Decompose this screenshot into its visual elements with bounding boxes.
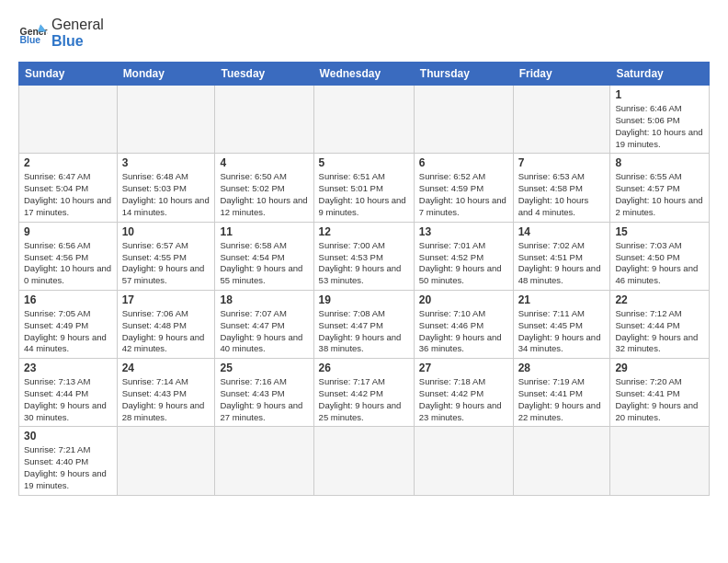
day-info: Sunrise: 6:47 AM Sunset: 5:04 PM Dayligh… (24, 171, 112, 218)
day-cell: 18Sunrise: 7:07 AM Sunset: 4:47 PM Dayli… (215, 290, 313, 358)
day-cell (19, 86, 118, 154)
day-info: Sunrise: 7:02 AM Sunset: 4:51 PM Dayligh… (518, 240, 606, 287)
day-info: Sunrise: 6:58 AM Sunset: 4:54 PM Dayligh… (220, 240, 308, 287)
day-info: Sunrise: 6:51 AM Sunset: 5:01 PM Dayligh… (319, 171, 409, 218)
day-info: Sunrise: 7:00 AM Sunset: 4:53 PM Dayligh… (319, 240, 409, 287)
day-cell: 16Sunrise: 7:05 AM Sunset: 4:49 PM Dayli… (19, 290, 118, 358)
day-info: Sunrise: 6:46 AM Sunset: 5:06 PM Dayligh… (615, 103, 704, 150)
day-cell (610, 427, 710, 495)
day-number: 6 (419, 156, 508, 169)
day-cell (313, 427, 414, 495)
day-info: Sunrise: 7:18 AM Sunset: 4:42 PM Dayligh… (419, 376, 508, 423)
day-info: Sunrise: 7:06 AM Sunset: 4:48 PM Dayligh… (122, 308, 210, 355)
day-number: 1 (615, 88, 704, 101)
day-cell: 12Sunrise: 7:00 AM Sunset: 4:53 PM Dayli… (313, 222, 414, 290)
day-cell: 5Sunrise: 6:51 AM Sunset: 5:01 PM Daylig… (313, 154, 414, 222)
day-cell (313, 86, 414, 154)
day-number: 21 (518, 293, 606, 306)
day-number: 8 (615, 156, 704, 169)
col-header-sunday: Sunday (19, 63, 118, 86)
col-header-wednesday: Wednesday (313, 63, 414, 86)
day-info: Sunrise: 6:52 AM Sunset: 4:59 PM Dayligh… (419, 171, 508, 218)
day-cell (117, 86, 215, 154)
week-row-1: 2Sunrise: 6:47 AM Sunset: 5:04 PM Daylig… (19, 154, 710, 222)
day-number: 17 (122, 293, 210, 306)
day-info: Sunrise: 7:17 AM Sunset: 4:42 PM Dayligh… (319, 376, 409, 423)
day-info: Sunrise: 7:21 AM Sunset: 4:40 PM Dayligh… (24, 444, 112, 491)
day-info: Sunrise: 7:08 AM Sunset: 4:47 PM Dayligh… (319, 308, 409, 355)
day-number: 18 (220, 293, 308, 306)
day-cell: 7Sunrise: 6:53 AM Sunset: 4:58 PM Daylig… (513, 154, 610, 222)
day-cell: 1Sunrise: 6:46 AM Sunset: 5:06 PM Daylig… (610, 86, 710, 154)
day-cell (513, 86, 610, 154)
logo-general-text: General (51, 17, 104, 33)
day-cell: 8Sunrise: 6:55 AM Sunset: 4:57 PM Daylig… (610, 154, 710, 222)
day-cell (215, 427, 313, 495)
col-header-saturday: Saturday (610, 63, 710, 86)
day-cell: 25Sunrise: 7:16 AM Sunset: 4:43 PM Dayli… (215, 359, 313, 427)
logo: General Blue General Blue (18, 17, 104, 49)
day-cell (215, 86, 313, 154)
day-number: 20 (419, 293, 508, 306)
day-cell: 9Sunrise: 6:56 AM Sunset: 4:56 PM Daylig… (19, 222, 118, 290)
logo-icon: General Blue (18, 18, 48, 48)
day-cell: 29Sunrise: 7:20 AM Sunset: 4:41 PM Dayli… (610, 359, 710, 427)
week-row-0: 1Sunrise: 6:46 AM Sunset: 5:06 PM Daylig… (19, 86, 710, 154)
day-info: Sunrise: 6:55 AM Sunset: 4:57 PM Dayligh… (615, 171, 704, 218)
day-number: 14 (518, 225, 606, 238)
day-number: 26 (319, 362, 409, 374)
day-cell (117, 427, 215, 495)
day-number: 10 (122, 225, 210, 238)
day-number: 28 (518, 362, 606, 374)
day-info: Sunrise: 7:07 AM Sunset: 4:47 PM Dayligh… (220, 308, 308, 355)
day-cell (414, 427, 513, 495)
day-number: 13 (419, 225, 508, 238)
day-info: Sunrise: 7:01 AM Sunset: 4:52 PM Dayligh… (419, 240, 508, 287)
calendar: SundayMondayTuesdayWednesdayThursdayFrid… (18, 62, 710, 496)
day-number: 22 (615, 293, 704, 306)
day-cell: 24Sunrise: 7:14 AM Sunset: 4:43 PM Dayli… (117, 359, 215, 427)
logo-blue-text: Blue (51, 33, 104, 50)
page: General Blue General Blue SundayMondayTu… (0, 0, 728, 505)
day-cell: 17Sunrise: 7:06 AM Sunset: 4:48 PM Dayli… (117, 290, 215, 358)
day-number: 16 (24, 293, 112, 306)
day-info: Sunrise: 6:48 AM Sunset: 5:03 PM Dayligh… (122, 171, 210, 218)
day-number: 23 (24, 362, 112, 374)
day-number: 2 (24, 156, 112, 169)
day-info: Sunrise: 7:20 AM Sunset: 4:41 PM Dayligh… (615, 376, 704, 423)
day-info: Sunrise: 7:03 AM Sunset: 4:50 PM Dayligh… (615, 240, 704, 287)
day-cell: 14Sunrise: 7:02 AM Sunset: 4:51 PM Dayli… (513, 222, 610, 290)
day-cell: 3Sunrise: 6:48 AM Sunset: 5:03 PM Daylig… (117, 154, 215, 222)
day-cell: 28Sunrise: 7:19 AM Sunset: 4:41 PM Dayli… (513, 359, 610, 427)
day-cell: 19Sunrise: 7:08 AM Sunset: 4:47 PM Dayli… (313, 290, 414, 358)
calendar-header-row: SundayMondayTuesdayWednesdayThursdayFrid… (19, 63, 710, 86)
day-cell: 10Sunrise: 6:57 AM Sunset: 4:55 PM Dayli… (117, 222, 215, 290)
day-cell: 27Sunrise: 7:18 AM Sunset: 4:42 PM Dayli… (414, 359, 513, 427)
day-number: 25 (220, 362, 308, 374)
day-info: Sunrise: 7:05 AM Sunset: 4:49 PM Dayligh… (24, 308, 112, 355)
day-number: 27 (419, 362, 508, 374)
col-header-monday: Monday (117, 63, 215, 86)
day-cell: 4Sunrise: 6:50 AM Sunset: 5:02 PM Daylig… (215, 154, 313, 222)
week-row-2: 9Sunrise: 6:56 AM Sunset: 4:56 PM Daylig… (19, 222, 710, 290)
day-number: 11 (220, 225, 308, 238)
day-cell (414, 86, 513, 154)
day-info: Sunrise: 7:13 AM Sunset: 4:44 PM Dayligh… (24, 376, 112, 423)
day-info: Sunrise: 7:14 AM Sunset: 4:43 PM Dayligh… (122, 376, 210, 423)
col-header-friday: Friday (513, 63, 610, 86)
day-info: Sunrise: 6:50 AM Sunset: 5:02 PM Dayligh… (220, 171, 308, 218)
calendar-body: 1Sunrise: 6:46 AM Sunset: 5:06 PM Daylig… (19, 86, 710, 496)
day-number: 24 (122, 362, 210, 374)
day-cell: 30Sunrise: 7:21 AM Sunset: 4:40 PM Dayli… (19, 427, 118, 495)
day-number: 12 (319, 225, 409, 238)
day-cell: 22Sunrise: 7:12 AM Sunset: 4:44 PM Dayli… (610, 290, 710, 358)
day-cell: 26Sunrise: 7:17 AM Sunset: 4:42 PM Dayli… (313, 359, 414, 427)
col-header-tuesday: Tuesday (215, 63, 313, 86)
day-cell: 2Sunrise: 6:47 AM Sunset: 5:04 PM Daylig… (19, 154, 118, 222)
day-number: 9 (24, 225, 112, 238)
day-cell: 13Sunrise: 7:01 AM Sunset: 4:52 PM Dayli… (414, 222, 513, 290)
day-number: 4 (220, 156, 308, 169)
day-info: Sunrise: 7:11 AM Sunset: 4:45 PM Dayligh… (518, 308, 606, 355)
week-row-5: 30Sunrise: 7:21 AM Sunset: 4:40 PM Dayli… (19, 427, 710, 495)
day-info: Sunrise: 6:53 AM Sunset: 4:58 PM Dayligh… (518, 171, 606, 218)
